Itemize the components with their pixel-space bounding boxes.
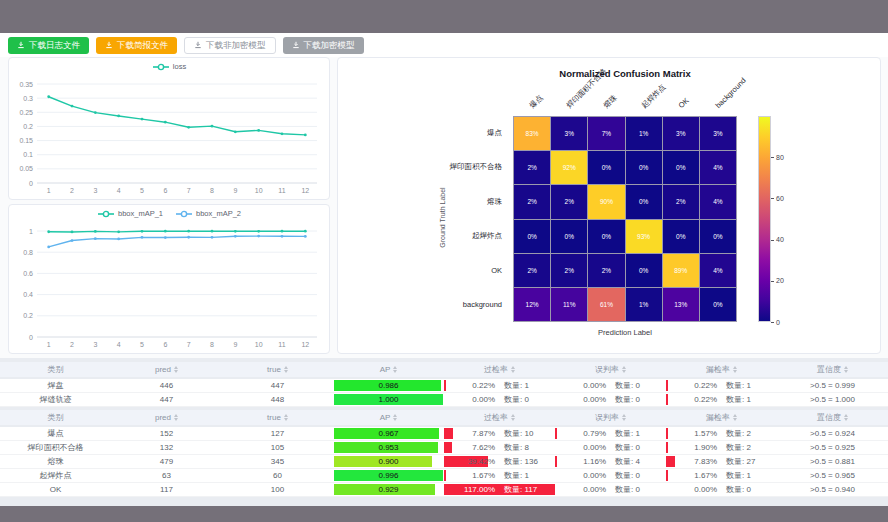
confidence-cell: >0.5 = 0.881: [777, 455, 888, 468]
svg-text:0.25: 0.25: [19, 109, 33, 116]
column-header-label: 过检率: [484, 412, 508, 423]
matrix-cell: 61%: [588, 288, 624, 321]
matrix-cell: 0%: [663, 220, 699, 253]
sort-icon[interactable]: [174, 414, 178, 421]
column-header-label: pred: [155, 413, 171, 422]
download-encrypted-model-button[interactable]: 下载加密模型: [283, 37, 364, 54]
matrix-cell: 7%: [588, 117, 624, 150]
column-header-label: 误判率: [595, 412, 619, 423]
column-header-误判率[interactable]: 误判率: [555, 412, 666, 423]
column-header-label: pred: [155, 365, 171, 374]
svg-text:2: 2: [70, 341, 74, 348]
sort-icon[interactable]: [844, 366, 848, 373]
column-header-过检率[interactable]: 过检率: [444, 412, 555, 423]
confidence-cell: >0.5 = 0.965: [777, 469, 888, 482]
confusion-matrix-card: Normalized Confusion Matrix Ground Truth…: [337, 57, 881, 354]
confusion-matrix-grid[interactable]: 83%3%7%1%3%3%2%92%0%0%0%4%2%2%90%0%2%4%0…: [513, 116, 737, 322]
matrix-column-label: 熔珠: [603, 94, 619, 110]
rate-percent: 1.57%: [668, 429, 717, 438]
matrix-cell: 83%: [514, 117, 550, 150]
svg-text:6: 6: [163, 341, 167, 348]
sort-icon[interactable]: [393, 366, 397, 373]
loss-line-chart[interactable]: 00.050.10.150.20.250.30.3512345678910111…: [9, 58, 329, 199]
column-header-漏检率[interactable]: 漏检率: [666, 364, 777, 375]
column-header-pred[interactable]: pred: [111, 365, 222, 374]
matrix-cell: 0%: [588, 220, 624, 253]
button-label: 下载加密模型: [304, 41, 355, 50]
matrix-row-label: background: [338, 288, 508, 322]
rate-percent: 1.67%: [668, 471, 717, 480]
column-header-置信度[interactable]: 置信度: [777, 412, 888, 423]
confidence-cell: >0.5 = 0.924: [777, 427, 888, 440]
download-log-file-button[interactable]: 下载日志文件: [8, 37, 89, 54]
column-header-误判率[interactable]: 误判率: [555, 364, 666, 375]
rate-count: 数量: 1: [495, 470, 553, 481]
matrix-row-label: 熔珠: [338, 185, 508, 219]
matrix-column-label: background: [715, 77, 748, 110]
column-header-true[interactable]: true: [222, 413, 333, 422]
svg-text:8: 8: [210, 341, 214, 348]
column-header-AP[interactable]: AP: [333, 365, 444, 374]
over-detect-rate-cell: 1.67%数量: 1: [444, 469, 555, 482]
sort-icon[interactable]: [733, 414, 737, 421]
table-header-row: 类别predtrueAP过检率误判率漏检率置信度: [0, 362, 888, 377]
cls-cell: 熔珠: [0, 455, 111, 468]
column-header-AP[interactable]: AP: [333, 413, 444, 422]
button-label: 下载简报文件: [117, 41, 168, 50]
ap-cell: 0.996: [333, 469, 444, 482]
rate-count: 数量: 117: [495, 484, 553, 495]
sort-icon[interactable]: [393, 414, 397, 421]
sort-icon[interactable]: [284, 414, 288, 421]
rate-percent: 0.00%: [557, 395, 606, 404]
over-detect-rate-cell: 7.62%数量: 8: [444, 441, 555, 454]
confusion-matrix-title: Normalized Confusion Matrix: [513, 68, 737, 79]
column-header-漏检率[interactable]: 漏检率: [666, 412, 777, 423]
pred-cell: 63: [111, 469, 222, 482]
matrix-column-label: 爆点: [528, 94, 544, 110]
ap-cell: 1.000: [333, 393, 444, 406]
matrix-cell: 90%: [588, 185, 624, 218]
column-header-过检率[interactable]: 过检率: [444, 364, 555, 375]
sort-icon[interactable]: [511, 366, 515, 373]
matrix-cell: 0%: [663, 151, 699, 184]
column-header-true[interactable]: true: [222, 365, 333, 374]
matrix-row-label: OK: [338, 253, 508, 287]
miss-rate-cell: 1.57%数量: 2: [666, 427, 777, 440]
svg-text:0.8: 0.8: [23, 249, 33, 256]
matrix-row-label: 起焊炸点: [338, 219, 508, 253]
sort-icon[interactable]: [284, 366, 288, 373]
table-row: 焊盘4464470.9860.22%数量: 10.00%数量: 00.22%数量…: [0, 379, 888, 393]
sort-icon[interactable]: [733, 366, 737, 373]
matrix-cell: 3%: [551, 117, 587, 150]
sort-icon[interactable]: [511, 414, 515, 421]
misjudge-rate-cell: 0.00%数量: 0: [555, 441, 666, 454]
misjudge-rate-cell: 1.16%数量: 4: [555, 455, 666, 468]
pred-cell: 152: [111, 427, 222, 440]
matrix-cell: 0%: [514, 220, 550, 253]
download-unencrypted-model-button[interactable]: 下载非加密模型: [184, 37, 276, 54]
rate-count: 数量: 136: [495, 456, 553, 467]
sort-icon[interactable]: [174, 366, 178, 373]
button-label: 下载非加密模型: [206, 41, 266, 50]
column-header-label: 漏检率: [706, 412, 730, 423]
colorbar-tick-mark: [771, 240, 774, 241]
svg-text:10: 10: [255, 341, 263, 348]
download-report-file-button[interactable]: 下载简报文件: [96, 37, 177, 54]
sort-icon[interactable]: [622, 414, 626, 421]
miss-rate-cell: 0.00%数量: 0: [666, 483, 777, 496]
bbox-map-line-chart[interactable]: 00.20.40.60.81123456789101112: [9, 205, 329, 353]
pred-cell: 446: [111, 379, 222, 392]
sort-icon[interactable]: [622, 366, 626, 373]
misjudge-rate-cell: 0.00%数量: 0: [555, 469, 666, 482]
svg-text:3: 3: [93, 341, 97, 348]
matrix-cell: 2%: [551, 254, 587, 287]
sort-icon[interactable]: [844, 414, 848, 421]
rate-count: 数量: 0: [606, 380, 664, 391]
miss-rate-cell: 1.67%数量: 1: [666, 469, 777, 482]
column-header-置信度[interactable]: 置信度: [777, 364, 888, 375]
svg-text:2: 2: [70, 187, 74, 194]
column-header-label: 类别: [48, 364, 64, 375]
cls-cell: 焊印面积不合格: [0, 441, 111, 454]
column-header-pred[interactable]: pred: [111, 413, 222, 422]
rate-percent: 0.00%: [557, 443, 606, 452]
